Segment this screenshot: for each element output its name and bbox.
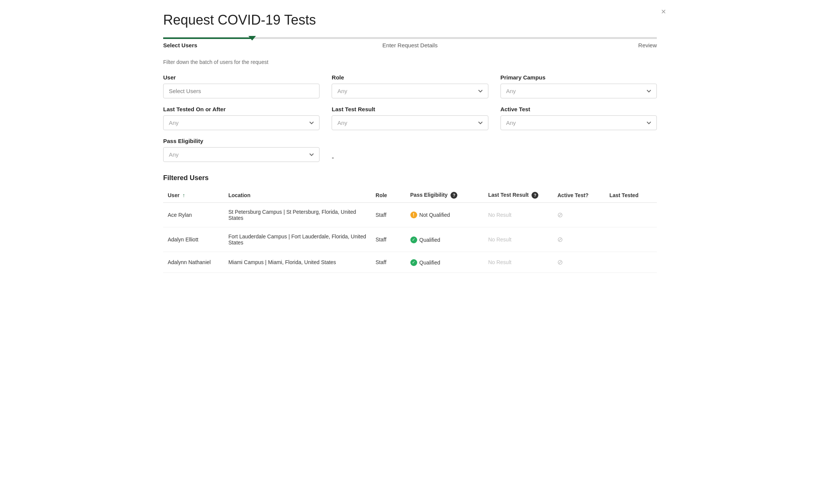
cell-active-test: ⊘	[553, 203, 605, 227]
block-icon: ⊘	[557, 236, 563, 243]
no-result-label: No Result	[488, 236, 511, 243]
users-table: User ↑ Location Role Pass Eligibility ? …	[163, 188, 657, 273]
filter-active-test-label: Active Test	[500, 106, 657, 112]
filtered-users-section: Filtered Users User ↑ Location Role Pass…	[163, 174, 657, 273]
cell-role: Staff	[371, 252, 406, 273]
cell-last-test-result: No Result	[483, 252, 553, 273]
col-header-last-tested: Last Tested	[605, 188, 657, 203]
cell-location: Fort Lauderdale Campus | Fort Lauderdale…	[224, 227, 371, 252]
filter-role-label: Role	[332, 74, 488, 81]
col-header-pass-eligibility: Pass Eligibility ?	[406, 188, 484, 203]
block-icon: ⊘	[557, 211, 563, 219]
check-icon: ✓	[410, 259, 417, 266]
badge-qualified: ✓ Qualified	[410, 236, 440, 243]
check-icon: ✓	[410, 236, 417, 243]
close-button[interactable]: ×	[661, 8, 666, 16]
col-header-active-test: Active Test?	[553, 188, 605, 203]
filter-description: Filter down the batch of users for the r…	[163, 59, 657, 65]
filter-pass-eligibility-select[interactable]: Any	[163, 147, 320, 162]
filter-active-test-group: Active Test Any	[500, 106, 657, 130]
cell-location: St Petersburg Campus | St Petersburg, Fl…	[224, 203, 371, 227]
no-result-label: No Result	[488, 259, 511, 265]
table-header-row: User ↑ Location Role Pass Eligibility ? …	[163, 188, 657, 203]
filter-role-select[interactable]: Any	[332, 84, 488, 98]
cell-last-test-result: No Result	[483, 227, 553, 252]
pass-eligibility-help-icon[interactable]: ?	[451, 192, 457, 199]
col-header-user[interactable]: User ↑	[163, 188, 224, 203]
filter-dash: -	[332, 154, 334, 165]
col-header-role: Role	[371, 188, 406, 203]
filter-row-bottom: Pass Eligibility Any -	[163, 138, 657, 162]
table-row: Adalynn Nathaniel Miami Campus | Miami, …	[163, 252, 657, 273]
progress-fill	[163, 37, 252, 39]
col-pass-label: Pass Eligibility	[410, 192, 448, 198]
filtered-users-title: Filtered Users	[163, 174, 657, 182]
filter-grid-row2: Last Tested On or After Any Last Test Re…	[163, 106, 657, 130]
cell-role: Staff	[371, 227, 406, 252]
no-result-label: No Result	[488, 212, 511, 218]
filter-pass-eligibility-label: Pass Eligibility	[163, 138, 320, 144]
cell-user: Ace Rylan	[163, 203, 224, 227]
progress-steps: Select Users Enter Request Details Revie…	[163, 37, 657, 48]
filter-user-group: User	[163, 74, 320, 98]
cell-active-test: ⊘	[553, 227, 605, 252]
filter-test-result-group: Last Test Result Any	[332, 106, 488, 130]
progress-track	[163, 37, 657, 39]
cell-pass-eligibility: ✓ Qualified	[406, 227, 484, 252]
last-test-result-help-icon[interactable]: ?	[532, 192, 538, 199]
warning-icon: !	[410, 212, 417, 218]
filter-user-input[interactable]	[163, 84, 320, 98]
filter-campus-select[interactable]: Any	[500, 84, 657, 98]
table-row: Ace Rylan St Petersburg Campus | St Pete…	[163, 203, 657, 227]
cell-role: Staff	[371, 203, 406, 227]
cell-pass-eligibility: ✓ Qualified	[406, 252, 484, 273]
steps-labels: Select Users Enter Request Details Revie…	[163, 39, 657, 48]
dash-placeholder-cell: -	[332, 154, 488, 162]
cell-location: Miami Campus | Miami, Florida, United St…	[224, 252, 371, 273]
cell-user: Adalynn Nathaniel	[163, 252, 224, 273]
step-select-users: Select Users	[163, 42, 328, 48]
filter-pass-eligibility-group: Pass Eligibility Any	[163, 138, 320, 162]
cell-user: Adalyn Elliott	[163, 227, 224, 252]
col-user-label: User	[168, 192, 179, 198]
filter-campus-group: Primary Campus Any	[500, 74, 657, 98]
step-enter-details: Enter Request Details	[328, 42, 493, 48]
progress-arrow	[248, 36, 256, 40]
table-body: Ace Rylan St Petersburg Campus | St Pete…	[163, 203, 657, 273]
block-icon: ⊘	[557, 258, 563, 266]
cell-last-tested	[605, 227, 657, 252]
col-last-result-label: Last Test Result	[488, 192, 528, 198]
filter-last-tested-select[interactable]: Any	[163, 115, 320, 130]
filter-role-group: Role Any	[332, 74, 488, 98]
filter-last-tested-label: Last Tested On or After	[163, 106, 320, 112]
col-header-last-test-result: Last Test Result ?	[483, 188, 553, 203]
badge-qualified: ✓ Qualified	[410, 259, 440, 266]
filter-active-test-select[interactable]: Any	[500, 115, 657, 130]
filter-last-tested-group: Last Tested On or After Any	[163, 106, 320, 130]
cell-last-tested	[605, 203, 657, 227]
filter-test-result-select[interactable]: Any	[332, 115, 488, 130]
table-header: User ↑ Location Role Pass Eligibility ? …	[163, 188, 657, 203]
cell-last-tested	[605, 252, 657, 273]
badge-not-qualified: ! Not Qualified	[410, 212, 450, 218]
modal-title: Request COVID-19 Tests	[163, 12, 657, 28]
step-review: Review	[492, 42, 657, 48]
cell-pass-eligibility: ! Not Qualified	[406, 203, 484, 227]
table-row: Adalyn Elliott Fort Lauderdale Campus | …	[163, 227, 657, 252]
cell-last-test-result: No Result	[483, 203, 553, 227]
col-header-location: Location	[224, 188, 371, 203]
filter-user-label: User	[163, 74, 320, 81]
modal-container: × Request COVID-19 Tests Select Users En…	[145, 0, 675, 291]
sort-user-icon[interactable]: ↑	[182, 192, 185, 198]
filter-grid-row1: User Role Any Primary Campus Any	[163, 74, 657, 98]
cell-active-test: ⊘	[553, 252, 605, 273]
filter-campus-label: Primary Campus	[500, 74, 657, 81]
filter-test-result-label: Last Test Result	[332, 106, 488, 112]
